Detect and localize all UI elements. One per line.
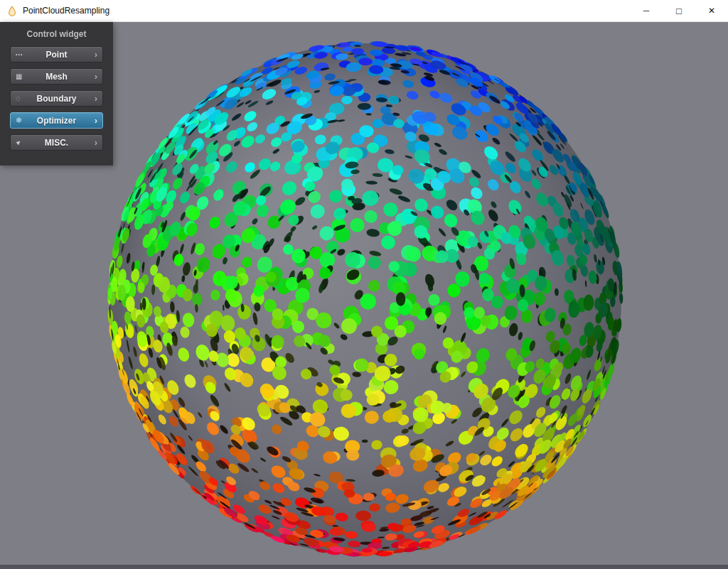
point-button[interactable]: ••• Point ›	[10, 46, 103, 63]
misc-button-label: MISC.	[45, 138, 68, 148]
mesh-button-label: Mesh	[46, 72, 68, 82]
control-widget-panel: Control widget ••• Point › ▦ Mesh › ◌ Bo…	[0, 22, 113, 166]
optimizer-button-label: Optimizer	[37, 116, 76, 126]
window-title: PointCloudResampling	[23, 6, 109, 16]
boundary-button-label: Boundary	[36, 94, 76, 104]
maximize-button[interactable]: □	[663, 0, 695, 22]
misc-button[interactable]: ► MISC. ›	[10, 134, 103, 151]
window-controls: ─ □ ✕	[630, 0, 728, 22]
panel-title: Control widget	[0, 29, 113, 39]
grid-icon: ▦	[16, 73, 22, 80]
dashed-circle-icon: ◌	[16, 94, 21, 102]
close-button[interactable]: ✕	[695, 0, 728, 22]
minimize-button[interactable]: ─	[630, 0, 663, 22]
titlebar: PointCloudResampling ─ □ ✕	[0, 0, 728, 22]
app-icon	[6, 5, 18, 16]
dots-icon: •••	[16, 52, 23, 57]
chevron-right-icon: ›	[95, 50, 97, 59]
chevron-right-icon: ›	[95, 116, 97, 125]
app-window: PointCloudResampling ─ □ ✕ Control widge…	[0, 0, 728, 569]
boundary-button[interactable]: ◌ Boundary ›	[10, 90, 103, 107]
mesh-button[interactable]: ▦ Mesh ›	[10, 68, 103, 85]
chevron-right-icon: ›	[95, 138, 97, 147]
point-button-label: Point	[46, 50, 68, 60]
chevron-right-icon: ›	[95, 72, 97, 81]
snowflake-icon: ❄	[16, 116, 22, 124]
optimizer-button[interactable]: ❄ Optimizer ›	[10, 112, 103, 129]
chevron-right-icon: ›	[95, 94, 97, 103]
window-bottom-edge	[0, 565, 728, 569]
dart-icon: ►	[14, 138, 23, 147]
